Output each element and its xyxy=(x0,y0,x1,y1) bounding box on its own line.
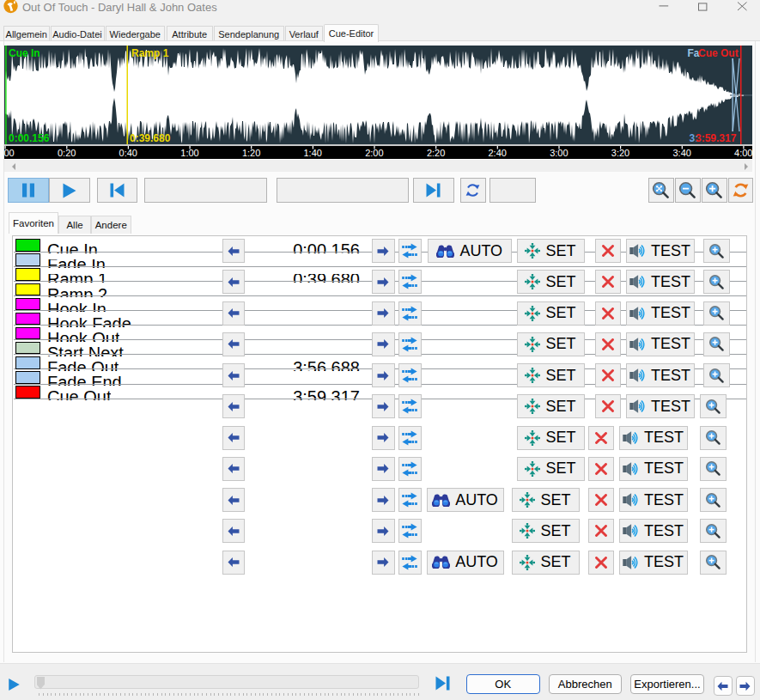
svg-text:3:40: 3:40 xyxy=(672,147,690,157)
svg-text:0:00: 0:00 xyxy=(4,147,15,157)
svg-text:1:40: 1:40 xyxy=(303,147,321,157)
svg-text:2:00: 2:00 xyxy=(365,147,383,157)
svg-text:3:20: 3:20 xyxy=(611,147,629,157)
svg-text:1:00: 1:00 xyxy=(180,147,198,157)
svg-text:0:20: 0:20 xyxy=(58,147,76,157)
svg-text:Cue In: Cue In xyxy=(9,47,40,59)
svg-text:0:40: 0:40 xyxy=(119,147,137,157)
svg-text:Cue Out: Cue Out xyxy=(698,47,739,59)
svg-text:3:00: 3:00 xyxy=(550,147,568,157)
svg-text:Ramp 1: Ramp 1 xyxy=(131,47,169,59)
svg-text:1:20: 1:20 xyxy=(242,147,260,157)
svg-text:2:40: 2:40 xyxy=(488,147,506,157)
svg-text:0:00.156: 0:00.156 xyxy=(9,132,50,144)
svg-text:3:59.317: 3:59.317 xyxy=(696,132,737,144)
svg-text:0:39.680: 0:39.680 xyxy=(130,132,171,144)
svg-text:2:20: 2:20 xyxy=(427,147,445,157)
svg-text:4:00: 4:00 xyxy=(734,147,752,157)
